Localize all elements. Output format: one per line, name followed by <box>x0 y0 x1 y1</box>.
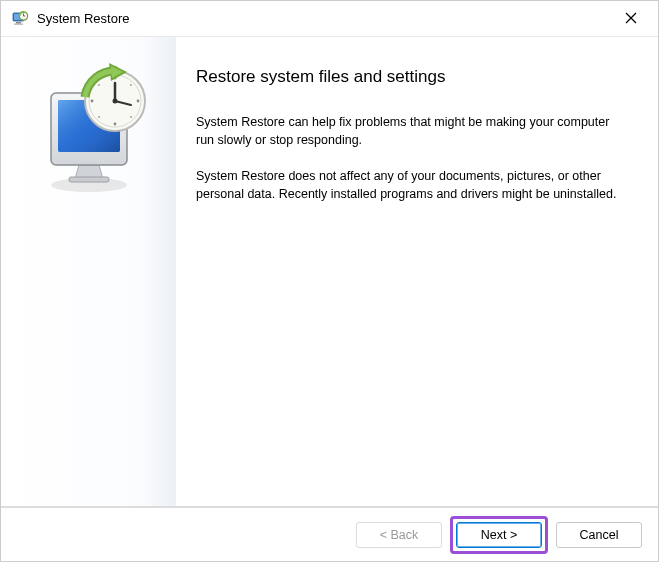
title-bar: System Restore <box>1 1 658 37</box>
svg-rect-2 <box>16 22 21 24</box>
svg-point-20 <box>137 100 140 103</box>
svg-point-18 <box>114 123 117 126</box>
page-heading: Restore system files and settings <box>196 67 618 87</box>
close-button[interactable] <box>608 3 654 35</box>
svg-point-22 <box>130 116 132 118</box>
wizard-footer: < Back Next > Cancel <box>1 507 658 561</box>
cancel-button[interactable]: Cancel <box>556 522 642 548</box>
back-button: < Back <box>356 522 442 548</box>
content-area: Restore system files and settings System… <box>1 37 658 507</box>
svg-point-21 <box>130 84 132 86</box>
window-title: System Restore <box>37 11 608 26</box>
system-restore-icon <box>11 10 29 28</box>
restore-monitor-clock-icon <box>41 183 151 200</box>
wizard-sidebar <box>1 37 176 506</box>
svg-point-27 <box>113 99 118 104</box>
next-button[interactable]: Next > <box>456 522 542 548</box>
svg-rect-11 <box>69 177 109 182</box>
svg-point-24 <box>98 116 100 118</box>
wizard-main: Restore system files and settings System… <box>176 37 658 506</box>
intro-paragraph-2: System Restore does not affect any of yo… <box>196 167 618 203</box>
svg-point-23 <box>98 84 100 86</box>
next-button-highlight: Next > <box>450 516 548 554</box>
intro-paragraph-1: System Restore can help fix problems tha… <box>196 113 618 149</box>
svg-point-19 <box>91 100 94 103</box>
system-restore-window: System Restore <box>0 0 659 562</box>
close-icon <box>625 11 637 27</box>
svg-rect-3 <box>14 23 23 24</box>
